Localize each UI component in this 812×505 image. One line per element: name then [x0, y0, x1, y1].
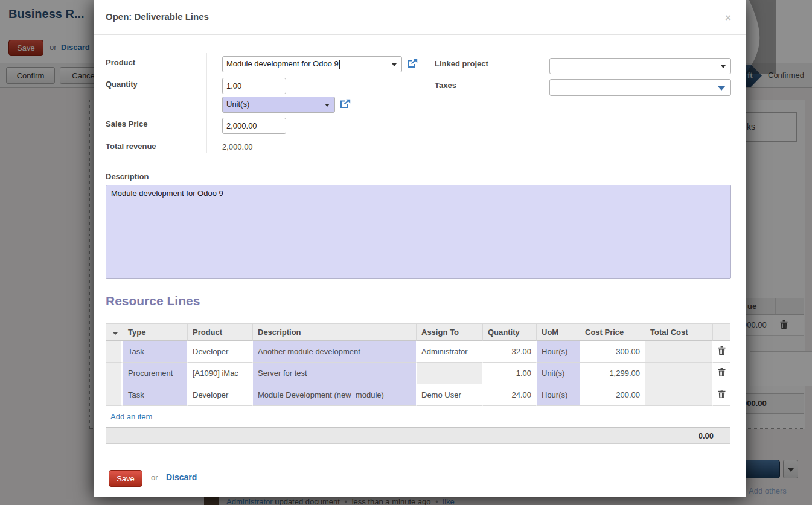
table-row: Task Developer Another module developmen… [106, 341, 730, 363]
cell-quantity[interactable]: 24.00 [483, 384, 537, 406]
description-label: Description [106, 172, 149, 181]
save-button[interactable]: Save [109, 470, 142, 487]
delete-row-button[interactable] [713, 341, 730, 363]
cell-type[interactable]: Task [123, 384, 188, 406]
delete-column-header [713, 323, 730, 341]
total-revenue-value: 2,000.00 [222, 142, 253, 151]
cell-assign-to[interactable]: Administrator [417, 341, 483, 363]
cell-cost-price[interactable]: 300.00 [580, 341, 645, 363]
or-label: or [151, 473, 158, 482]
product-value: Module development for Odoo 9 [226, 59, 339, 68]
cell-uom[interactable]: Hour(s) [537, 341, 580, 363]
uom-select[interactable]: Unit(s) [222, 97, 335, 113]
column-header-product[interactable]: Product [188, 323, 253, 341]
row-handle[interactable] [106, 341, 123, 363]
trash-icon [718, 390, 726, 398]
divider [206, 53, 207, 153]
column-header-uom[interactable]: UoM [537, 323, 580, 341]
taxes-label: Taxes [435, 81, 456, 90]
cell-cost-price[interactable]: 200.00 [580, 384, 645, 406]
dropdown-arrow-icon [392, 63, 397, 66]
delete-row-button[interactable] [713, 363, 730, 384]
table-header-row: Type Product Description Assign To Quant… [106, 323, 730, 341]
cell-product[interactable]: [A1090] iMac [188, 363, 253, 384]
dropdown-arrow-icon [721, 65, 726, 68]
resource-lines-table: Type Product Description Assign To Quant… [106, 323, 730, 421]
cell-type[interactable]: Procurement [123, 363, 188, 384]
cell-type[interactable]: Task [123, 341, 188, 363]
taxes-field[interactable] [549, 79, 731, 96]
cell-quantity[interactable]: 1.00 [483, 363, 537, 384]
cell-total-cost [645, 341, 713, 363]
sales-price-label: Sales Price [106, 119, 147, 129]
table-row: Procurement [A1090] iMac Server for test… [106, 363, 730, 384]
uom-value: Unit(s) [226, 100, 249, 109]
footer-total-value: 0.00 [699, 431, 714, 440]
sort-icon [113, 332, 118, 335]
modal-title: Open: Deliverable Lines [106, 11, 209, 22]
deliverable-lines-modal: Open: Deliverable Lines × Product Module… [94, 0, 746, 497]
divider [94, 34, 746, 35]
column-header-type[interactable]: Type [123, 323, 188, 341]
delete-row-button[interactable] [713, 384, 730, 406]
dropdown-arrow-icon [717, 86, 726, 91]
column-header-quantity[interactable]: Quantity [483, 323, 537, 341]
column-header-cost-price[interactable]: Cost Price [580, 323, 645, 341]
table-footer-total-bar: 0.00 [106, 427, 730, 444]
cell-assign-to[interactable]: Demo User [417, 384, 483, 406]
cell-uom[interactable]: Unit(s) [537, 363, 580, 384]
resource-lines-heading: Resource Lines [106, 294, 200, 308]
row-handle[interactable] [106, 363, 123, 384]
product-label: Product [106, 58, 135, 67]
trash-icon [718, 368, 726, 376]
cell-assign-to[interactable] [417, 363, 483, 384]
cell-quantity[interactable]: 32.00 [483, 341, 537, 363]
add-an-item-link[interactable]: Add an item [110, 412, 152, 421]
cell-total-cost [645, 384, 713, 406]
handle-column-header[interactable] [106, 323, 123, 341]
description-textarea[interactable]: Module development for Odoo 9 [106, 185, 731, 279]
row-handle[interactable] [106, 384, 123, 406]
cell-total-cost [645, 363, 713, 384]
linked-project-label: Linked project [435, 59, 488, 68]
dropdown-arrow-icon [325, 104, 330, 107]
trash-icon [718, 346, 726, 355]
total-revenue-label: Total revenue [106, 142, 156, 151]
discard-link[interactable]: Discard [166, 472, 197, 482]
cell-cost-price[interactable]: 1,299.00 [580, 363, 645, 384]
product-select[interactable]: Module development for Odoo 9 [222, 56, 402, 72]
internal-link-icon[interactable] [340, 99, 351, 109]
column-header-description[interactable]: Description [253, 323, 417, 341]
internal-link-icon[interactable] [407, 59, 418, 68]
quantity-input[interactable] [222, 78, 286, 94]
cell-product[interactable]: Developer [188, 384, 253, 406]
cell-description[interactable]: Server for test [253, 363, 417, 384]
quantity-label: Quantity [106, 80, 138, 89]
divider [539, 53, 539, 153]
column-header-assign-to[interactable]: Assign To [417, 323, 483, 341]
sales-price-input[interactable] [222, 118, 286, 134]
cell-uom[interactable]: Hour(s) [537, 384, 580, 406]
column-header-total-cost[interactable]: Total Cost [645, 323, 713, 341]
linked-project-select[interactable] [549, 58, 731, 74]
text-cursor [339, 60, 340, 69]
table-row: Task Developer Module Development (new_m… [106, 384, 730, 406]
close-icon[interactable]: × [721, 12, 735, 24]
cell-description[interactable]: Module Development (new_module) [253, 384, 417, 406]
cell-product[interactable]: Developer [188, 341, 253, 363]
cell-description[interactable]: Another module development [253, 341, 417, 363]
